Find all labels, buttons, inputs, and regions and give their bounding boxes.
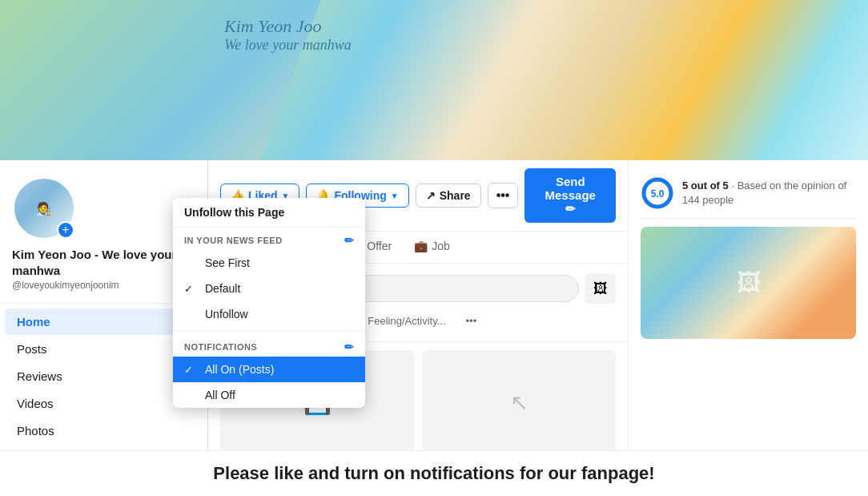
- sidebar-item-label: Home: [17, 315, 50, 329]
- sidebar-item-label: Posts: [17, 342, 47, 356]
- more-button[interactable]: •••: [488, 183, 519, 208]
- dropdown-unfollow[interactable]: Unfollow: [173, 301, 365, 327]
- dropdown-all-off[interactable]: All Off: [173, 382, 365, 408]
- share-button[interactable]: ↗ Share: [416, 183, 481, 208]
- notifications-section-label: NOTIFICATIONS ✏: [173, 334, 365, 357]
- rating-chart: 5.0: [641, 176, 674, 210]
- send-message-button[interactable]: Send Message ✏: [524, 168, 616, 223]
- avatar-emoji: 🧑‍🎨: [36, 201, 52, 216]
- briefcase-icon: 💼: [414, 240, 428, 252]
- sidebar-item-label: Photos: [17, 424, 54, 438]
- image-icon: 🖼: [593, 280, 608, 297]
- share-icon: ↗: [426, 189, 436, 202]
- news-feed-edit-icon[interactable]: ✏: [344, 234, 355, 247]
- page-handle: @loveyoukimyeonjoonim: [12, 280, 119, 291]
- rating-box: 5.0 5 out of 5 · Based on the opinion of…: [641, 168, 856, 219]
- notifications-edit-icon[interactable]: ✏: [344, 341, 355, 353]
- cover-area: Kim Yeon Joo We love your manhwa: [0, 0, 868, 160]
- dropdown-see-first[interactable]: See First: [173, 250, 365, 276]
- dropdown-divider: [173, 330, 365, 331]
- image-placeholder-icon: 🖼: [737, 269, 761, 296]
- sidebar-item-photos[interactable]: Photos: [5, 417, 203, 444]
- avatar-wrapper: 🧑‍🎨 +: [12, 176, 76, 240]
- more-post-button[interactable]: •••: [458, 310, 485, 332]
- check-icon: ✓: [184, 283, 197, 295]
- bottom-message: Please like and turn on notifications fo…: [213, 463, 654, 483]
- page-name: Kim Yeon Joo - We love your manhwa: [12, 247, 195, 278]
- news-feed-section-label: IN YOUR NEWS FEED ✏: [173, 228, 365, 250]
- tab-job[interactable]: 💼 Job: [404, 232, 460, 263]
- caret-down-icon: ▼: [391, 192, 399, 200]
- add-avatar-button[interactable]: +: [57, 221, 74, 239]
- photo-thumbnail: 🖼: [585, 273, 616, 304]
- cursor-icon: ↖: [510, 389, 528, 416]
- following-dropdown: Unfollow this Page IN YOUR NEWS FEED ✏ S…: [173, 198, 365, 408]
- dropdown-header: Unfollow this Page: [173, 198, 365, 228]
- right-panel-artwork: 🖼: [641, 227, 856, 339]
- svg-text:5.0: 5.0: [651, 188, 665, 200]
- page-wrapper: 🧑‍🎨 + Kim Yeon Joo - We love your manhwa…: [0, 160, 868, 496]
- sidebar-item-label: Reviews: [17, 369, 62, 383]
- check-icon: ✓: [184, 364, 197, 376]
- cover-title: Kim Yeon Joo We love your manhwa: [224, 16, 352, 54]
- cover-artwork: [260, 0, 868, 160]
- feed-item-right: ↖: [422, 350, 616, 454]
- bottom-bar: Please like and turn on notifications fo…: [0, 450, 868, 496]
- dropdown-default[interactable]: ✓ Default: [173, 276, 365, 301]
- dropdown-all-on[interactable]: ✓ All On (Posts): [173, 357, 365, 382]
- sidebar-item-label: Videos: [17, 397, 54, 410]
- right-panel: 5.0 5 out of 5 · Based on the opinion of…: [628, 160, 868, 496]
- rating-text: 5 out of 5 · Based on the opinion of 144…: [682, 179, 846, 208]
